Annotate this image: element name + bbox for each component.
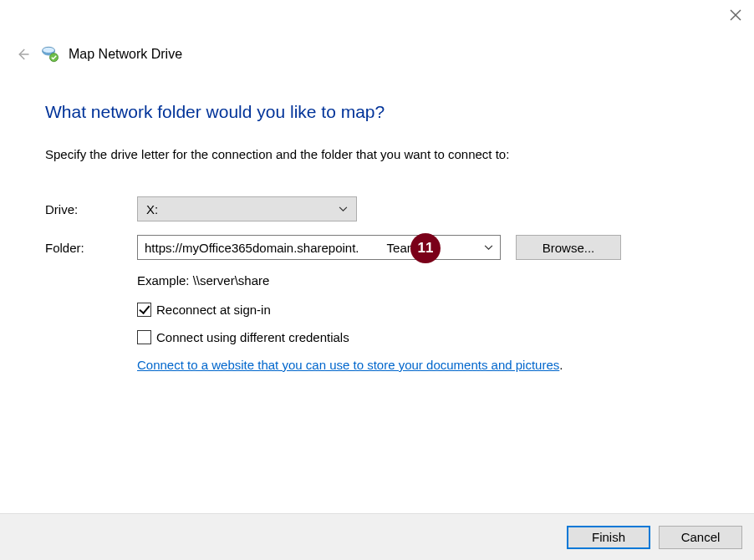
checkbox-icon: [137, 303, 151, 317]
connect-website-link[interactable]: Connect to a website that you can use to…: [137, 358, 559, 372]
chevron-down-icon: [339, 203, 348, 215]
folder-label: Folder:: [45, 241, 137, 255]
annotation-badge: 11: [410, 233, 441, 263]
finish-button[interactable]: Finish: [567, 526, 650, 549]
drive-label: Drive:: [45, 202, 137, 216]
close-icon[interactable]: [729, 8, 742, 22]
reconnect-checkbox[interactable]: Reconnect at sign-in: [137, 303, 709, 317]
drive-select[interactable]: X:: [137, 196, 357, 221]
back-arrow-icon: [15, 47, 30, 62]
window-title: Map Network Drive: [69, 47, 182, 62]
drive-value: X:: [146, 202, 158, 216]
checkbox-icon: [137, 330, 151, 344]
example-text: Example: \\server\share: [137, 273, 709, 288]
folder-combo[interactable]: https://myOffice365domain.sharepoint. Te…: [137, 235, 501, 260]
browse-button[interactable]: Browse...: [516, 235, 621, 260]
page-heading: What network folder would you like to ma…: [45, 102, 709, 122]
different-credentials-checkbox[interactable]: Connect using different credentials: [137, 330, 709, 344]
chevron-down-icon: [479, 242, 493, 253]
cancel-button[interactable]: Cancel: [659, 526, 742, 549]
dialog-footer: Finish Cancel: [0, 513, 754, 560]
instruction-text: Specify the drive letter for the connect…: [45, 147, 709, 161]
svg-point-4: [43, 47, 55, 53]
reconnect-label: Reconnect at sign-in: [156, 303, 271, 317]
network-drive-icon: [40, 45, 59, 64]
diff-creds-label: Connect using different credentials: [156, 330, 349, 344]
